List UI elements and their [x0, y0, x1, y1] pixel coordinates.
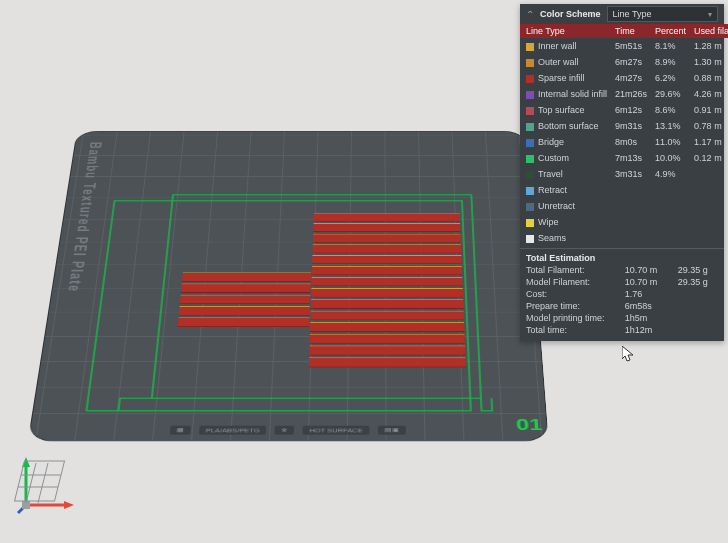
legend-length: 0.78 m: [690, 118, 726, 134]
svg-line-8: [38, 463, 48, 503]
printed-parts: [29, 129, 548, 438]
legend-percent: [651, 182, 690, 198]
legend-row[interactable]: Unretract: [520, 198, 728, 214]
legend-name: Travel: [538, 169, 563, 179]
swatch-icon: [526, 203, 534, 211]
svg-marker-3: [64, 501, 74, 509]
legend-length: 0.88 m: [690, 70, 726, 86]
swatch-icon: [526, 91, 534, 99]
estimation-title: Total Estimation: [520, 249, 724, 265]
panel-title: Color Scheme: [540, 9, 601, 19]
legend-percent: [651, 198, 690, 214]
legend-time: 4m27s: [611, 70, 651, 86]
print-slice: [313, 234, 461, 243]
print-slice: [311, 299, 464, 308]
print-slice: [310, 334, 465, 344]
est-value: 29.35 g: [678, 277, 718, 287]
build-plate[interactable]: Bambu Textured PEI Plate 01 ▦ PLA/ABS/PE…: [29, 131, 548, 440]
legend-name: Internal solid infill: [538, 89, 607, 99]
legend-length: 4.26 m: [690, 86, 726, 102]
part-stack-right: [309, 213, 466, 368]
legend-row[interactable]: Travel3m31s4.9%: [520, 166, 728, 182]
legend-percent: 4.9%: [651, 166, 690, 182]
print-slice: [311, 288, 463, 297]
legend-row[interactable]: Internal solid infill21m26s29.6%4.26 m11…: [520, 86, 728, 102]
color-scheme-panel: ⌃ Color Scheme Line Type ▾ Line Type Tim…: [520, 4, 724, 341]
chevron-down-icon: ▾: [708, 10, 712, 19]
legend-name: Top surface: [538, 105, 585, 115]
color-scheme-dropdown[interactable]: Line Type ▾: [607, 6, 718, 22]
swatch-icon: [526, 59, 534, 67]
legend-name: Retract: [538, 185, 567, 195]
est-label: Model Filament:: [526, 277, 615, 287]
legend-row[interactable]: Wipe: [520, 214, 728, 230]
legend-name: Bottom surface: [538, 121, 599, 131]
panel-header: ⌃ Color Scheme Line Type ▾: [520, 4, 724, 24]
legend-row[interactable]: Seams: [520, 230, 728, 246]
swatch-icon: [526, 187, 534, 195]
est-value: 10.70 m: [625, 265, 668, 275]
legend-name: Wipe: [538, 217, 559, 227]
legend-percent: 8.1%: [651, 38, 690, 54]
legend-row[interactable]: Inner wall5m51s8.1%1.28 m3.51 g: [520, 38, 728, 54]
dropdown-value: Line Type: [613, 9, 652, 19]
swatch-icon: [526, 107, 534, 115]
legend-row[interactable]: Outer wall6m27s8.9%1.30 m3.57 g: [520, 54, 728, 70]
legend-name: Outer wall: [538, 57, 579, 67]
print-slice: [313, 244, 462, 253]
axis-gizmo-icon[interactable]: [16, 455, 76, 515]
legend-table: Line Type Time Percent Used filament Dis…: [520, 24, 728, 246]
print-slice: [180, 295, 310, 304]
legend-row[interactable]: Top surface6m12s8.6%0.91 m2.50 g: [520, 102, 728, 118]
est-label: Total time:: [526, 325, 615, 335]
legend-name: Custom: [538, 153, 569, 163]
print-slice: [181, 284, 311, 293]
col-type: Line Type: [520, 24, 611, 38]
legend-percent: 13.1%: [651, 118, 690, 134]
legend-header-row: Line Type Time Percent Used filament Dis…: [520, 24, 728, 38]
print-slice: [313, 223, 460, 232]
print-slice: [314, 213, 460, 222]
legend-length: 1.17 m: [690, 134, 726, 150]
legend-length: [690, 182, 726, 198]
legend-percent: 10.0%: [651, 150, 690, 166]
legend-length: [690, 166, 726, 182]
estimation-grid: Total Filament: 10.70 m 29.35 g Model Fi…: [520, 265, 724, 341]
legend-percent: 8.6%: [651, 102, 690, 118]
est-value: 29.35 g: [678, 265, 718, 275]
col-time: Time: [611, 24, 651, 38]
print-slice: [312, 255, 462, 264]
est-label: Cost:: [526, 289, 615, 299]
swatch-icon: [526, 155, 534, 163]
collapse-icon[interactable]: ⌃: [526, 9, 534, 20]
legend-length: 0.12 m: [690, 150, 726, 166]
legend-row[interactable]: Bottom surface9m31s13.1%0.78 m2.13 g: [520, 118, 728, 134]
legend-length: 1.28 m: [690, 38, 726, 54]
legend-name: Seams: [538, 233, 566, 243]
swatch-icon: [526, 139, 534, 147]
print-slice: [309, 357, 466, 367]
est-label: Total Filament:: [526, 265, 615, 275]
legend-time: 8m0s: [611, 134, 651, 150]
legend-percent: 6.2%: [651, 70, 690, 86]
legend-time: [611, 230, 651, 246]
swatch-icon: [526, 75, 534, 83]
legend-percent: 11.0%: [651, 134, 690, 150]
legend-row[interactable]: Sparse infill4m27s6.2%0.88 m2.42 g: [520, 70, 728, 86]
legend-time: 5m51s: [611, 38, 651, 54]
legend-time: 6m12s: [611, 102, 651, 118]
swatch-icon: [526, 235, 534, 243]
legend-time: 6m27s: [611, 54, 651, 70]
est-value: 6m58s: [625, 301, 668, 311]
legend-row[interactable]: Custom7m13s10.0%0.12 m0.33 g: [520, 150, 728, 166]
est-label: Model printing time:: [526, 313, 615, 323]
legend-row[interactable]: Retract: [520, 182, 728, 198]
est-value: 1h12m: [625, 325, 668, 335]
legend-time: [611, 182, 651, 198]
legend-name: Sparse infill: [538, 73, 585, 83]
legend-length: [690, 230, 726, 246]
legend-percent: [651, 230, 690, 246]
legend-row[interactable]: Bridge8m0s11.0%1.17 m3.20 g: [520, 134, 728, 150]
legend-time: [611, 214, 651, 230]
swatch-icon: [526, 43, 534, 51]
